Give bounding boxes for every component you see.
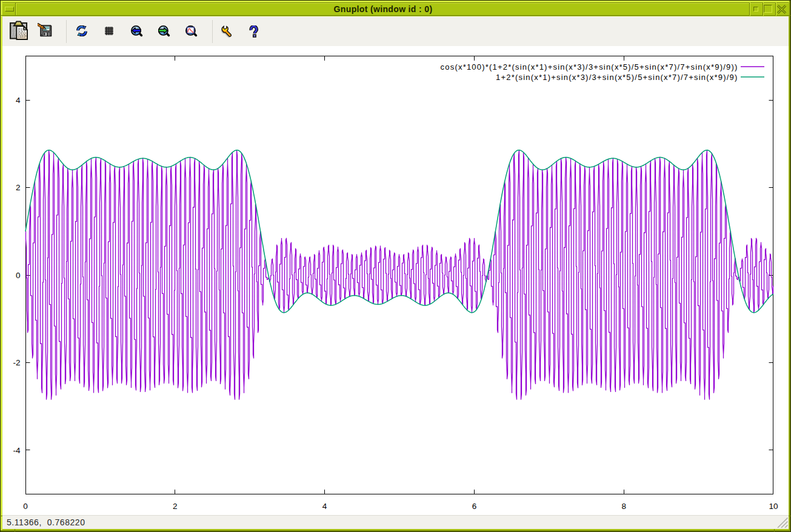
svg-text:0: 0 xyxy=(23,502,28,511)
svg-text:8: 8 xyxy=(621,502,626,511)
svg-text:4: 4 xyxy=(16,96,21,105)
svg-text:10: 10 xyxy=(769,502,778,511)
svg-text:2: 2 xyxy=(173,502,178,511)
svg-text:-2: -2 xyxy=(13,358,20,367)
svg-text:cos(x*100)*(1+2*(sin(x*1)+sin(: cos(x*100)*(1+2*(sin(x*1)+sin(x*3)/3+sin… xyxy=(441,62,738,71)
svg-text:6: 6 xyxy=(472,502,477,511)
svg-text:2: 2 xyxy=(16,183,21,192)
svg-text:1+2*(sin(x*1)+sin(x*3)/3+sin(x: 1+2*(sin(x*1)+sin(x*3)/3+sin(x*5)/5+sin(… xyxy=(496,73,738,82)
svg-text:0: 0 xyxy=(16,271,21,280)
svg-text:-4: -4 xyxy=(13,446,20,455)
svg-text:4: 4 xyxy=(322,502,327,511)
